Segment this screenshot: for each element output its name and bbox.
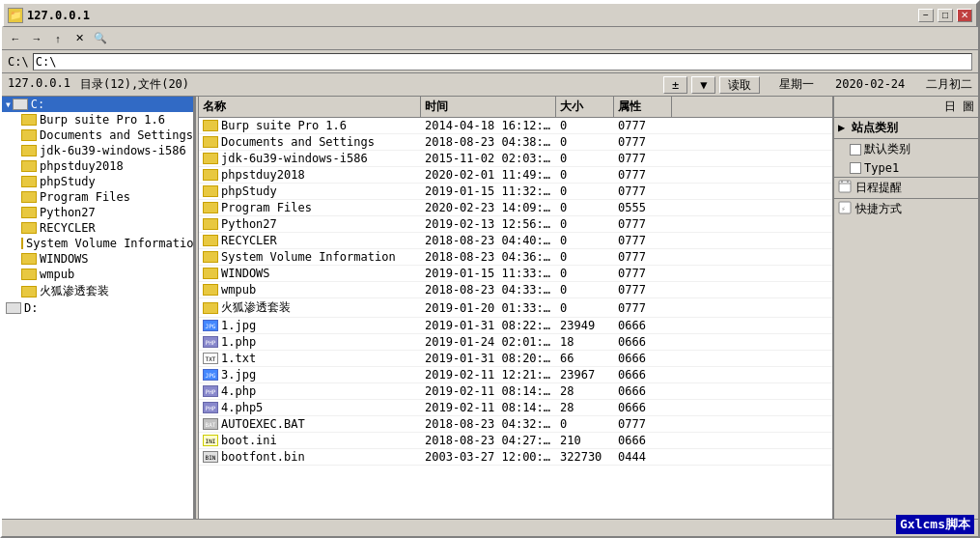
file-cell-attr: 0666 xyxy=(614,351,672,366)
file-cell-attr: 0777 xyxy=(614,134,672,150)
file-row[interactable]: JPG1.jpg2019-01-31 08:22:10239490666 xyxy=(199,318,832,334)
read-button[interactable]: 读取 xyxy=(719,76,760,94)
col-header-size[interactable]: 大小 xyxy=(556,97,614,117)
file-cell-size: 0 xyxy=(556,134,614,150)
tree-item-phpstduy2018[interactable]: phpstduy2018 xyxy=(2,158,193,174)
upload-button[interactable]: ± xyxy=(663,76,687,94)
forward-button[interactable]: → xyxy=(27,30,46,47)
checkbox-type1[interactable] xyxy=(850,162,861,174)
drive-icon xyxy=(6,302,21,314)
file-row[interactable]: PHP1.php2019-01-24 02:01:43180666 xyxy=(199,334,832,351)
file-row[interactable]: 火狐渗透套装2019-01-20 01:33:0700777 xyxy=(199,298,832,318)
tree-item-label: Program Files xyxy=(40,190,130,204)
file-row[interactable]: Burp suite Pro 1.62014-04-18 16:12:35007… xyxy=(199,118,832,134)
file-cell-name: Burp suite Pro 1.6 xyxy=(199,118,421,133)
file-cell-size: 23967 xyxy=(556,367,614,382)
file-cell-attr: 0777 xyxy=(614,266,672,281)
txt-icon: TXT xyxy=(203,353,218,364)
search-button[interactable]: 🔍 xyxy=(91,30,110,47)
sidebar-section-title-sites: ▶ 站点类别 xyxy=(834,118,978,139)
close-button[interactable]: ✕ xyxy=(957,9,972,22)
address-label: C:\ xyxy=(8,55,29,69)
file-cell-size: 0 xyxy=(556,249,614,265)
file-row[interactable]: phpstduy20182020-02-01 11:49:2700777 xyxy=(199,167,832,184)
file-row[interactable]: INIboot.ini2018-08-23 04:27:492100666 xyxy=(199,433,832,449)
file-row[interactable]: JPG3.jpg2019-02-11 12:21:05239670666 xyxy=(199,367,832,383)
address-input[interactable] xyxy=(33,53,972,71)
file-cell-size: 322730 xyxy=(556,449,614,465)
tree-item-docs[interactable]: Documents and Settings xyxy=(2,127,193,143)
folder-icon xyxy=(21,207,37,218)
tree-item-d-drive[interactable]: D: xyxy=(2,300,193,316)
file-cell-time: 2018-08-23 04:36:58 xyxy=(421,249,556,265)
file-cell-size: 210 xyxy=(556,433,614,448)
folder-icon xyxy=(203,169,218,181)
file-cell-time: 2019-02-11 08:14:52 xyxy=(421,400,556,415)
tree-item-sysvolinfo[interactable]: System Volume Information xyxy=(2,236,193,251)
stop-button[interactable]: ✕ xyxy=(70,30,89,47)
file-name-text: 3.jpg xyxy=(221,368,256,382)
file-cell-attr: 0666 xyxy=(614,334,672,350)
shortcut-icon: ⚡ xyxy=(838,201,852,217)
tree-item-huohu[interactable]: 火狐渗透套装 xyxy=(2,282,193,300)
tree-item-recycler[interactable]: RECYCLER xyxy=(2,220,193,236)
tree-item-burp[interactable]: Burp suite Pro 1.6 xyxy=(2,112,193,127)
file-row[interactable]: BATAUTOEXEC.BAT2018-08-23 04:32:3500777 xyxy=(199,416,832,433)
folder-icon xyxy=(203,120,218,131)
col-header-time[interactable]: 时间 xyxy=(421,97,556,117)
checkbox-default[interactable] xyxy=(850,144,861,156)
file-cell-time: 2019-01-15 11:32:44 xyxy=(421,184,556,199)
file-row[interactable]: WINDOWS2019-01-15 11:33:3600777 xyxy=(199,266,832,282)
file-row[interactable]: wmpub2018-08-23 04:33:0100777 xyxy=(199,282,832,298)
col-header-attr[interactable]: 属性 xyxy=(614,97,672,117)
file-cell-size: 0 xyxy=(556,233,614,248)
title-bar-text: 127.0.0.1 xyxy=(27,9,914,22)
folder-icon xyxy=(203,185,218,197)
file-row[interactable]: Program Files2020-02-23 14:09:0200555 xyxy=(199,200,832,216)
file-cell-time: 2019-01-31 08:20:22 xyxy=(421,351,556,366)
file-cell-name: JPG3.jpg xyxy=(199,367,421,382)
col-header-name[interactable]: 名称 xyxy=(199,97,421,117)
file-row[interactable]: BINbootfont.bin2003-03-27 12:00:00322730… xyxy=(199,449,832,466)
file-cell-size: 0 xyxy=(556,184,614,199)
tree-item-windows[interactable]: WINDOWS xyxy=(2,251,193,267)
dropdown-button[interactable]: ▼ xyxy=(691,76,715,94)
file-row[interactable]: RECYCLER2018-08-23 04:40:0500777 xyxy=(199,233,832,249)
sidebar-item-type1[interactable]: Type1 xyxy=(834,159,978,177)
file-row[interactable]: jdk-6u39-windows-i5862015-11-02 02:03:21… xyxy=(199,151,832,167)
file-cell-attr: 0666 xyxy=(614,318,672,333)
file-row[interactable]: phpStudy2019-01-15 11:32:4400777 xyxy=(199,184,832,200)
file-cell-size: 0 xyxy=(556,200,614,215)
file-row[interactable]: PHP4.php52019-02-11 08:14:52280666 xyxy=(199,400,832,416)
back-button[interactable]: ← xyxy=(6,30,25,47)
tree-item-jdk[interactable]: jdk-6u39-windows-i586 xyxy=(2,143,193,158)
file-row[interactable]: PHP4.php2019-02-11 08:14:52280666 xyxy=(199,383,832,400)
file-cell-name: JPG1.jpg xyxy=(199,318,421,333)
folder-icon xyxy=(203,136,218,148)
up-button[interactable]: ↑ xyxy=(48,30,68,47)
file-name-text: boot.ini xyxy=(221,434,277,447)
tree-item-c-drive[interactable]: ▼C: xyxy=(2,97,193,112)
file-cell-attr: 0777 xyxy=(614,151,672,166)
maximize-button[interactable]: □ xyxy=(938,9,953,22)
folder-icon xyxy=(203,268,218,279)
file-row[interactable]: System Volume Information2018-08-23 04:3… xyxy=(199,249,832,266)
file-row[interactable]: TXT1.txt2019-01-31 08:20:22660666 xyxy=(199,351,832,367)
file-row[interactable]: Python272019-02-13 12:56:2900777 xyxy=(199,216,832,233)
sidebar-section-schedule: 日程提醒 xyxy=(834,177,978,198)
tree-item-programfiles[interactable]: Program Files xyxy=(2,189,193,205)
file-cell-size: 0 xyxy=(556,282,614,297)
file-cell-name: Python27 xyxy=(199,216,421,232)
minimize-button[interactable]: − xyxy=(918,9,934,22)
tree-item-phpstudy[interactable]: phpStudy xyxy=(2,174,193,189)
file-cell-size: 0 xyxy=(556,416,614,432)
tree-item-wmpub[interactable]: wmpub xyxy=(2,267,193,282)
sidebar-image-icon: 圖 xyxy=(963,99,974,115)
file-row[interactable]: Documents and Settings2018-08-23 04:38:4… xyxy=(199,134,832,151)
tree-item-label: D: xyxy=(24,301,38,315)
tree-item-label: phpStudy xyxy=(40,175,96,188)
lunar: 二月初二 xyxy=(926,77,972,91)
sidebar-item-default[interactable]: 默认类别 xyxy=(834,139,978,159)
tree-item-python27[interactable]: Python27 xyxy=(2,205,193,220)
tree-item-label: Documents and Settings xyxy=(40,128,193,142)
